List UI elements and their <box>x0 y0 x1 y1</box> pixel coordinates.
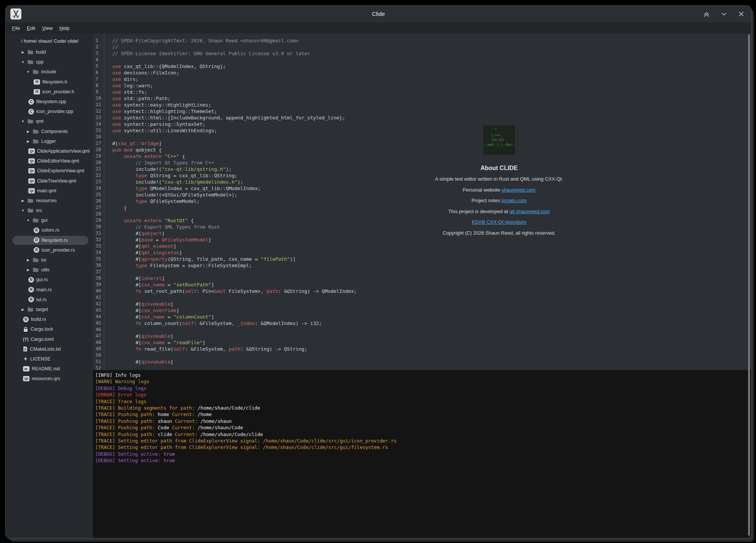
close-button[interactable] <box>737 10 745 18</box>
line-number: 43 <box>93 307 104 314</box>
tree-item-label: ClideEditorView.qml <box>37 158 79 164</box>
chevron-right-icon[interactable]: ▶ <box>26 268 30 272</box>
line-number: 50 <box>93 352 104 359</box>
log-line: [DEBUG] Setting active: true <box>95 457 751 464</box>
tree-item-filesystem-cpp[interactable]: Cfilesystem.cpp <box>6 97 93 107</box>
tree-item-tui[interactable]: ▶tui <box>6 255 93 265</box>
tree-item-clideapplicationview-qml[interactable]: QtClideApplicationView.qml <box>6 146 93 156</box>
tree-item-src[interactable]: ▼src <box>6 206 93 215</box>
line-number: 27 <box>93 204 104 211</box>
minimize-button[interactable] <box>720 10 728 18</box>
about-link[interactable]: KDAB CXX-Qt repository <box>472 219 527 225</box>
code-line: 45 fn column_count(self: &FileSystem, _i… <box>93 320 751 326</box>
tree-item-include[interactable]: ▼include <box>6 67 93 77</box>
log-line: [TRACE] Building segments for path: /hom… <box>95 405 751 411</box>
tree-item-label: README.md <box>32 366 60 371</box>
tree-item-logger[interactable]: ▶Logger <box>6 136 93 146</box>
line-number: 31 <box>93 230 104 237</box>
folder-icon <box>27 50 34 55</box>
tree-item-utils[interactable]: ▶utils <box>6 265 93 275</box>
chevron-right-icon[interactable]: ▶ <box>26 258 30 262</box>
tree-item-label: target <box>36 307 48 312</box>
tree-item-clideeditorview-qml[interactable]: QtClideEditorView.qml <box>6 156 93 166</box>
tree-item-clidetreeview-qml[interactable]: QtClideTreeView.qml <box>6 176 93 186</box>
chevron-down-icon[interactable]: ▼ <box>26 218 30 222</box>
tree-item-label: icon_provider.rs <box>42 248 75 253</box>
tree-item-build[interactable]: ▶build <box>6 47 93 57</box>
tree-item-cargo-toml[interactable]: [T]Cargo.toml <box>6 334 93 344</box>
tree-item-resources-qrc[interactable]: Qtresources.qrc <box>6 374 93 384</box>
maximize-button[interactable] <box>703 10 710 18</box>
tree-item-filesystem-h[interactable]: Hfilesystem.h <box>6 77 93 87</box>
menu-help[interactable]: Help <box>56 25 73 32</box>
tree-item-tui-rs[interactable]: Rtui.rs <box>6 295 93 305</box>
about-link[interactable]: shaunreed.com <box>501 187 535 193</box>
line-number: 45 <box>93 320 104 326</box>
folder-icon <box>32 139 39 144</box>
tree-item-build-rs[interactable]: Rbuild.rs <box>6 314 93 324</box>
menu-file[interactable]: File <box>9 25 23 32</box>
line-number: 19 <box>93 153 104 159</box>
editor-scrollbar[interactable] <box>748 34 750 536</box>
tree-item-label: Components <box>41 129 68 134</box>
chevron-down-icon[interactable]: ▼ <box>26 70 30 74</box>
tree-item-filesystem-rs[interactable]: Rfilesystem.rs <box>6 235 93 245</box>
chevron-down-icon[interactable]: ▼ <box>21 119 25 123</box>
tree-item-qml[interactable]: ▼qml <box>6 116 93 126</box>
rust-file-icon: R <box>28 297 34 302</box>
tree-item-icon-provider-rs[interactable]: Ricon_provider.rs <box>6 245 93 255</box>
tree-item-label: qml <box>36 119 43 124</box>
tree-item-gui[interactable]: ▼gui <box>6 215 93 225</box>
code-line: 50 <box>93 352 751 359</box>
tree-item-gui-rs[interactable]: Rgui.rs <box>6 275 93 285</box>
file-explorer[interactable]: / home/ shaun/ Code/ clide/ ▶build▼cpp▼i… <box>6 34 93 538</box>
tree-item-target[interactable]: ▶target <box>6 305 93 314</box>
code-line: 47 #[qinvokable] <box>93 333 751 339</box>
cpp-file-icon: C <box>28 99 34 105</box>
code-editor[interactable]: 1// SPDX-FileCopyrightText: 2026, Shaun … <box>93 34 751 370</box>
folder-icon <box>32 69 39 74</box>
about-row: Project notes knoats.com <box>435 198 563 204</box>
titlebar[interactable]: Clide <box>6 6 751 22</box>
menu-view[interactable]: View <box>39 25 56 32</box>
tree-item-icon-provider-cpp[interactable]: Cicon_provider.cpp <box>6 107 93 116</box>
line-number: 48 <box>93 339 104 346</box>
code-line: 49 fn read_file(self: &FileSystem, path:… <box>93 346 751 352</box>
code-line: 9use std::fs; <box>93 89 751 95</box>
chevron-down-icon[interactable]: ▼ <box>21 209 25 212</box>
tree-item-label: build.rs <box>31 317 46 322</box>
tree-item-clideexplorerview-qml[interactable]: QtClideExplorerView.qml <box>6 166 93 176</box>
about-link[interactable]: git.shaunreed.com <box>509 209 550 214</box>
menu-edit[interactable]: Edit <box>23 25 39 32</box>
tree-item-resources[interactable]: ▶resources <box>6 196 93 206</box>
line-number: 16 <box>93 134 104 140</box>
chevron-down-icon[interactable]: ▼ <box>21 60 25 64</box>
rust-file-icon: R <box>34 227 39 233</box>
tree-item-license[interactable]: LICENSE <box>6 354 93 364</box>
log-console[interactable]: [INFO] Info logs[WARN] Warning logs[DEBU… <box>93 370 751 538</box>
about-link[interactable]: knoats.com <box>502 198 527 203</box>
tree-item-cmakelists-txt[interactable]: CMakeLists.txt <box>6 344 93 354</box>
tree-item-cpp[interactable]: ▼cpp <box>6 57 93 67</box>
tree-item-label: CMakeLists.txt <box>30 347 61 352</box>
tree-item-label: cpp <box>36 59 43 65</box>
chevron-right-icon[interactable]: ▶ <box>21 50 25 54</box>
line-number: 9 <box>93 89 104 95</box>
line-number: 44 <box>93 314 104 320</box>
about-row: This project is developed at git.shaunre… <box>435 209 563 215</box>
chevron-right-icon[interactable]: ▶ <box>26 130 30 133</box>
tree-item-readme-md[interactable]: M↓README.md <box>6 364 93 374</box>
header-file-icon: H <box>34 89 40 94</box>
tree-item-components[interactable]: ▶Components <box>6 127 93 136</box>
chevron-right-icon[interactable]: ▶ <box>26 139 30 143</box>
tree-item-main-rs[interactable]: Rmain.rs <box>6 285 93 295</box>
tree-item-icon-provider-h[interactable]: Hicon_provider.h <box>6 87 93 97</box>
tree-item-colors-rs[interactable]: Rcolors.rs <box>6 225 93 235</box>
tree-item-cargo-lock[interactable]: Cargo.lock <box>6 324 93 334</box>
chevron-right-icon[interactable]: ▶ <box>21 308 25 311</box>
log-line: [ERROR] Error logs <box>95 391 751 398</box>
chevron-right-icon[interactable]: ▶ <box>21 199 25 203</box>
tree-item-main-qml[interactable]: Qtmain.qml <box>6 186 93 196</box>
tree-item-label: Cargo.toml <box>31 337 54 342</box>
line-number: 25 <box>93 192 104 198</box>
